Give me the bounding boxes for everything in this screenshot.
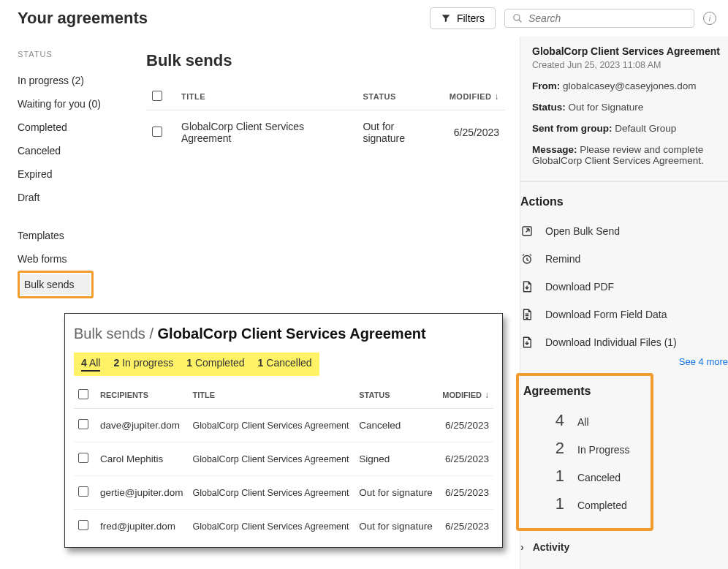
- row-checkbox[interactable]: [78, 453, 88, 463]
- table-row[interactable]: gertie@jupiter.dom GlobalCorp Client Ser…: [74, 476, 493, 510]
- crumb-root[interactable]: Bulk sends: [74, 325, 145, 342]
- group-label: Sent from group:: [532, 123, 613, 134]
- cell-recipient: gertie@jupiter.dom: [96, 476, 188, 510]
- cell-modified: 6/25/2023: [438, 409, 493, 442]
- agree-count: 1: [550, 467, 564, 486]
- action-label: Open Bulk Send: [545, 225, 620, 237]
- action-remind[interactable]: Remind: [520, 245, 728, 273]
- sidebar-item-expired[interactable]: Expired: [18, 162, 132, 186]
- agreements-heading: Agreements: [520, 385, 640, 398]
- filter-icon: [441, 13, 451, 23]
- agreement-row-canceled[interactable]: 1Canceled: [520, 462, 640, 490]
- sort-down-icon[interactable]: ↓: [485, 390, 489, 400]
- agreement-row-inprogress[interactable]: 2In Progress: [520, 434, 640, 462]
- sidebar-item-bulk-sends[interactable]: Bulk sends: [20, 274, 90, 295]
- sidebar-item-templates[interactable]: Templates: [18, 224, 132, 247]
- sidebar-item-web-forms[interactable]: Web forms: [18, 247, 132, 271]
- cell-status: Canceled: [354, 409, 437, 442]
- col-status[interactable]: STATUS: [357, 83, 443, 110]
- section-title: Bulk sends: [146, 51, 505, 70]
- col-title[interactable]: TITLE: [175, 83, 357, 110]
- filters-button[interactable]: Filters: [430, 7, 496, 29]
- highlight-bulk-sends: Bulk sends: [18, 271, 94, 298]
- row-checkbox[interactable]: [78, 486, 88, 497]
- tab-all[interactable]: 4 All: [81, 357, 100, 372]
- overlay-detail-panel: Bulk sends / GlobalCorp Client Services …: [64, 313, 503, 548]
- action-download-form-field[interactable]: Download Form Field Data: [520, 301, 728, 328]
- download-files-icon: [520, 336, 534, 349]
- action-label: Remind: [545, 253, 580, 265]
- sort-down-icon[interactable]: ↓: [494, 91, 499, 102]
- agree-label: Canceled: [577, 472, 621, 483]
- action-download-pdf[interactable]: Download PDF: [520, 273, 728, 301]
- agreement-row-all[interactable]: 4All: [520, 407, 640, 434]
- search-field-wrap[interactable]: [504, 9, 694, 28]
- action-label: Download PDF: [545, 281, 614, 293]
- sidebar-item-completed[interactable]: Completed: [18, 116, 132, 139]
- table-row[interactable]: GlobalCorp Client Services Agreement Out…: [146, 110, 505, 155]
- agree-count: 2: [550, 439, 564, 458]
- action-download-individual[interactable]: Download Individual Files (1): [520, 328, 728, 356]
- row-checkbox[interactable]: [78, 419, 88, 429]
- row-checkbox[interactable]: [78, 520, 88, 530]
- ov-col-title[interactable]: TITLE: [188, 382, 354, 409]
- tab-count: 4: [81, 357, 87, 369]
- activity-label: Activity: [533, 541, 570, 553]
- info-icon[interactable]: i: [703, 12, 716, 25]
- sidebar-item-draft[interactable]: Draft: [18, 186, 132, 209]
- table-row[interactable]: fred@jupiter.dom GlobalCorp Client Servi…: [74, 510, 493, 543]
- cell-title: GlobalCorp Client Services Agreement: [188, 510, 354, 543]
- ov-col-status[interactable]: STATUS: [354, 382, 437, 409]
- sidebar-item-waiting[interactable]: Waiting for you (0): [18, 92, 132, 116]
- ov-col-modified[interactable]: MODIFIED: [442, 391, 482, 399]
- overlay-table: RECIPIENTS TITLE STATUS MODIFIED↓ dave@j…: [74, 382, 493, 543]
- agree-count: 1: [550, 494, 564, 513]
- tab-label: All: [89, 357, 101, 369]
- select-all-checkbox[interactable]: [152, 91, 162, 101]
- group-value: Default Group: [615, 123, 676, 134]
- cell-title: GlobalCorp Client Services Agreement: [188, 409, 354, 442]
- sidebar-heading-status: STATUS: [18, 50, 132, 59]
- clock-icon: [520, 252, 534, 265]
- table-row[interactable]: dave@jupiter.dom GlobalCorp Client Servi…: [74, 409, 493, 442]
- cell-modified: 6/25/2023: [438, 476, 493, 510]
- sidebar-item-canceled[interactable]: Canceled: [18, 139, 132, 162]
- search-input[interactable]: [528, 12, 686, 24]
- sidebar-item-in-progress[interactable]: In progress (2): [18, 69, 132, 92]
- from-value: globalcasey@caseyjones.dom: [563, 80, 697, 91]
- page-title: Your agreements: [18, 9, 148, 28]
- row-checkbox[interactable]: [152, 127, 162, 137]
- cell-title: GlobalCorp Client Services Agreement: [188, 476, 354, 510]
- cell-status: Out for signature: [354, 476, 437, 510]
- download-icon: [520, 280, 534, 293]
- tab-completed[interactable]: 1 Completed: [186, 357, 244, 372]
- status-label: Status:: [532, 102, 566, 113]
- agreements-highlight-box: Agreements 4All 2In Progress 1Canceled 1…: [516, 373, 653, 531]
- action-label: Download Individual Files (1): [545, 336, 677, 348]
- activity-toggle[interactable]: › Activity: [520, 531, 728, 553]
- agree-label: All: [577, 416, 589, 428]
- cell-status: Out for signature: [357, 110, 443, 155]
- cell-modified: 6/25/2023: [438, 510, 493, 543]
- tab-inprogress[interactable]: 2 In progress: [113, 357, 173, 372]
- download-form-icon: [520, 308, 534, 321]
- tab-label: Completed: [195, 357, 245, 369]
- tab-cancelled[interactable]: 1 Cancelled: [258, 357, 312, 372]
- action-open-bulk-send[interactable]: Open Bulk Send: [520, 217, 728, 245]
- col-modified[interactable]: MODIFIED: [450, 92, 492, 101]
- action-label: Download Form Field Data: [545, 309, 667, 320]
- see-more-link[interactable]: See 4 more: [520, 356, 728, 367]
- tab-label: Cancelled: [266, 357, 311, 369]
- from-label: From:: [532, 80, 560, 91]
- detail-panel: GlobalCorp Client Services Agreement Cre…: [520, 37, 728, 569]
- tab-count: 1: [186, 357, 192, 369]
- agreement-row-completed[interactable]: 1Completed: [520, 490, 640, 518]
- cell-recipient: dave@jupiter.dom: [96, 409, 188, 442]
- message-label: Message:: [532, 144, 577, 155]
- ov-select-all-checkbox[interactable]: [78, 389, 88, 399]
- status-tabs-highlight: 4 All 2 In progress 1 Completed 1 Cancel…: [74, 353, 319, 376]
- svg-line-1: [519, 20, 522, 23]
- tab-count: 1: [258, 357, 264, 369]
- ov-col-recipients[interactable]: RECIPIENTS: [96, 382, 188, 409]
- table-row[interactable]: Carol Mephitis GlobalCorp Client Service…: [74, 442, 493, 476]
